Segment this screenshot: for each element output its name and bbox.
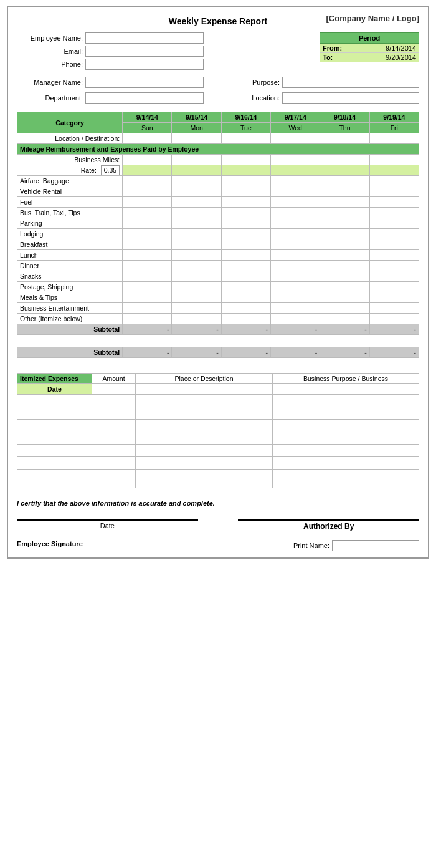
category-row-8: Dinner <box>17 261 419 271</box>
dept-label: Department: <box>17 94 85 102</box>
item-date-5[interactable] <box>17 445 92 457</box>
phone-input[interactable] <box>85 59 204 70</box>
cat-label-1: Vehicle Rental <box>17 186 123 197</box>
item-date-6[interactable] <box>17 457 92 470</box>
itemized-row-7 <box>17 470 419 488</box>
print-name-input[interactable] <box>332 540 419 551</box>
cat-label-5: Lodging <box>17 229 123 239</box>
location-dest-mon[interactable] <box>172 133 221 144</box>
item-purpose-2[interactable] <box>273 407 419 420</box>
authorized-signature-area: Authorized By <box>238 519 419 531</box>
blank-row-2 <box>17 358 419 370</box>
bm-thu[interactable] <box>320 155 369 165</box>
category-row-6: Breakfast <box>17 239 419 250</box>
location-dest-tue[interactable] <box>221 133 270 144</box>
item-purpose-3[interactable] <box>273 420 419 432</box>
item-place-3[interactable] <box>136 420 273 432</box>
bottom-signature-section: Employee Signature Print Name: <box>17 536 419 551</box>
to-label: To: <box>323 54 344 61</box>
mileage-section-header: Mileage Reimbursement and Expenses Paid … <box>17 144 419 155</box>
cat-label-0: Airfare, Baggage <box>17 176 123 186</box>
employee-name-input[interactable] <box>85 32 204 44</box>
manager-name-input[interactable] <box>85 77 204 88</box>
category-row-12: Business Entertainment <box>17 303 419 314</box>
item-place-1[interactable] <box>136 395 273 407</box>
location-dest-wed[interactable] <box>271 133 320 144</box>
sub2-wed: - <box>271 347 320 358</box>
item-purpose-7[interactable] <box>273 470 419 488</box>
auth-sig-line <box>238 519 419 521</box>
location-dest-fri[interactable] <box>369 133 419 144</box>
bm-tue[interactable] <box>221 155 270 165</box>
item-date-2[interactable] <box>17 407 92 420</box>
certification-text: I certify that the above information is … <box>17 499 419 507</box>
item-amount-1[interactable] <box>92 395 136 407</box>
item-purpose-6[interactable] <box>273 457 419 470</box>
item-place-5[interactable] <box>136 445 273 457</box>
category-row-4: Parking <box>17 218 419 229</box>
subtotal-row-2: Subtotal - - - - - - <box>17 347 419 358</box>
period-title: Period <box>320 33 419 44</box>
item-purpose-1[interactable] <box>273 395 419 407</box>
rate-sun: - <box>123 165 172 176</box>
business-miles-row: Business Miles: <box>17 155 419 165</box>
bm-fri[interactable] <box>369 155 419 165</box>
manager-name-label: Manager Name: <box>17 79 85 86</box>
employee-name-label: Employee Name: <box>17 34 85 42</box>
dept-input[interactable] <box>85 92 204 104</box>
itemized-row-2 <box>17 407 419 420</box>
cat-0-sun[interactable] <box>123 176 172 186</box>
item-place-7[interactable] <box>136 470 273 488</box>
purpose-input[interactable] <box>282 77 419 88</box>
from-value: 9/14/2014 <box>344 44 416 52</box>
item-amount-4[interactable] <box>92 432 136 445</box>
item-place-4[interactable] <box>136 432 273 445</box>
date-col-header: Date <box>17 384 92 395</box>
sub2-fri: - <box>369 347 419 358</box>
location-dest-sun[interactable] <box>123 133 172 144</box>
email-input[interactable] <box>85 46 204 57</box>
cat-label-10: Postage, Shipping <box>17 282 123 292</box>
date-header-1: 9/15/14 <box>172 112 221 123</box>
cat-label-3: Bus, Train, Taxi, Tips <box>17 208 123 218</box>
bm-sun[interactable] <box>123 155 172 165</box>
cat-label-9: Snacks <box>17 271 123 282</box>
employee-signature-label: Employee Signature <box>17 540 83 547</box>
category-row-2: Fuel <box>17 197 419 208</box>
rate-wed: - <box>271 165 320 176</box>
bm-mon[interactable] <box>172 155 221 165</box>
cat-label-2: Fuel <box>17 197 123 208</box>
purpose-label: Purpose: <box>245 79 282 86</box>
day-header-3: Wed <box>271 123 320 133</box>
cat-label-7: Lunch <box>17 250 123 261</box>
item-date-3[interactable] <box>17 420 92 432</box>
item-amount-5[interactable] <box>92 445 136 457</box>
item-date-1[interactable] <box>17 395 92 407</box>
rate-value[interactable]: 0.35 <box>101 165 120 175</box>
day-header-2: Tue <box>221 123 270 133</box>
bm-wed[interactable] <box>271 155 320 165</box>
sub2-tue: - <box>221 347 270 358</box>
item-place-6[interactable] <box>136 457 273 470</box>
item-date-7[interactable] <box>17 470 92 488</box>
item-purpose-5[interactable] <box>273 445 419 457</box>
sub1-sun: - <box>123 324 172 335</box>
location-input[interactable] <box>282 92 419 104</box>
sub1-thu: - <box>320 324 369 335</box>
location-dest-thu[interactable] <box>320 133 369 144</box>
item-place-2[interactable] <box>136 407 273 420</box>
item-date-4[interactable] <box>17 432 92 445</box>
item-amount-6[interactable] <box>92 457 136 470</box>
category-row-1: Vehicle Rental <box>17 186 419 197</box>
employee-info-section: Employee Name: Email: Phone: <box>17 32 204 72</box>
cat-label-6: Breakfast <box>17 239 123 250</box>
item-purpose-4[interactable] <box>273 432 419 445</box>
date-header-0: 9/14/14 <box>123 112 172 123</box>
itemized-header: Itemized Expenses <box>17 374 92 384</box>
item-amount-3[interactable] <box>92 420 136 432</box>
item-amount-2[interactable] <box>92 407 136 420</box>
rate-label: Rate: <box>81 166 97 174</box>
item-amount-7[interactable] <box>92 470 136 488</box>
subtotal-row-1: Subtotal - - - - - - <box>17 324 419 335</box>
rate-tue: - <box>221 165 270 176</box>
